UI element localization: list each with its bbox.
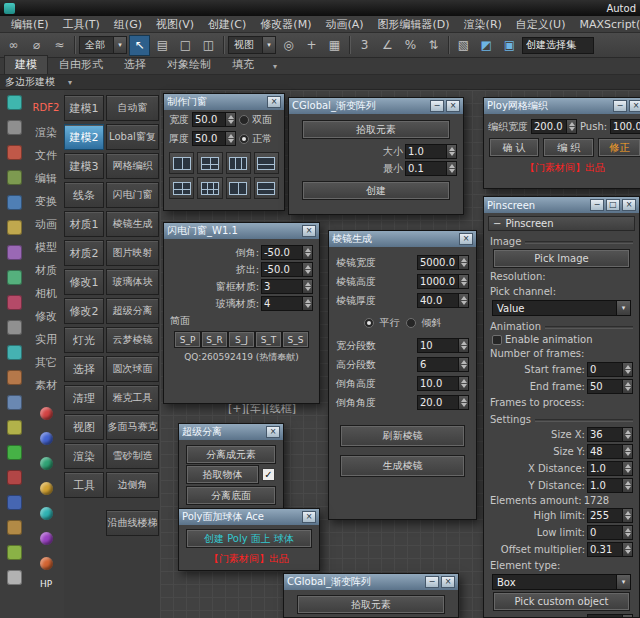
category-material2[interactable]: 材质2 bbox=[64, 240, 104, 266]
category-light[interactable]: 灯光 bbox=[64, 327, 104, 353]
category-modify1[interactable]: 修改1 bbox=[64, 269, 104, 295]
category-view[interactable]: 视图 bbox=[64, 414, 104, 440]
spinner[interactable] bbox=[623, 362, 633, 377]
spinner[interactable] bbox=[459, 376, 469, 391]
height-segments-field[interactable] bbox=[417, 357, 459, 372]
minimize-icon[interactable]: − bbox=[590, 199, 604, 211]
unlink-selection-icon[interactable]: ⌀ bbox=[26, 35, 47, 56]
close-icon[interactable]: × bbox=[629, 100, 640, 112]
angle-snap-icon[interactable]: ∠ bbox=[377, 35, 398, 56]
pick-object-button[interactable]: 拾取物体 bbox=[187, 466, 258, 483]
prism-titlebar[interactable]: 棱镜生成 × bbox=[329, 231, 476, 247]
weave-button[interactable]: 编 织 bbox=[544, 139, 592, 156]
parallel-radio[interactable] bbox=[364, 318, 374, 328]
material-ball-icon[interactable] bbox=[40, 457, 53, 470]
spinner[interactable] bbox=[459, 274, 469, 289]
script-mosaic[interactable]: 多面马赛克 bbox=[106, 414, 159, 440]
dock-icon[interactable] bbox=[7, 270, 22, 285]
script-stairs-along-curve[interactable]: 沿曲线楼梯 bbox=[106, 510, 159, 536]
category-modeling3[interactable]: 建模3 bbox=[64, 153, 104, 179]
dock-item-material[interactable]: 材质 bbox=[35, 263, 57, 286]
lightning-titlebar[interactable]: 闪电门窗_W1.1 × bbox=[164, 223, 319, 239]
window-style-button[interactable] bbox=[169, 177, 194, 199]
detach-to-elements-button[interactable]: 分离成元素 bbox=[187, 446, 275, 463]
spinner[interactable] bbox=[226, 131, 236, 146]
st-button[interactable]: S_T bbox=[256, 332, 281, 347]
ss-button[interactable]: S_S bbox=[283, 332, 308, 347]
named-selection-field[interactable] bbox=[522, 37, 594, 54]
dock-icon[interactable] bbox=[7, 345, 22, 360]
minimize-icon[interactable]: − bbox=[613, 100, 627, 112]
dock-icon[interactable] bbox=[7, 445, 22, 460]
extrude-field[interactable] bbox=[261, 262, 303, 277]
category-modeling1[interactable]: 建模1 bbox=[64, 95, 104, 121]
bind-to-space-warp-icon[interactable]: ≈ bbox=[49, 35, 70, 56]
dock-icon[interactable] bbox=[7, 395, 22, 410]
normal-radio[interactable] bbox=[239, 134, 249, 144]
spinner[interactable] bbox=[459, 255, 469, 270]
script-image-map[interactable]: 图片映射 bbox=[106, 240, 159, 266]
menu-create[interactable]: 创建(C) bbox=[201, 17, 253, 32]
menu-maxscript[interactable]: MAXScript(X) bbox=[572, 18, 640, 31]
material-ball-icon[interactable] bbox=[40, 407, 53, 420]
start-frame-field[interactable] bbox=[587, 362, 623, 377]
window-style-button[interactable] bbox=[197, 177, 222, 199]
window-style-button[interactable] bbox=[254, 177, 279, 199]
spinner[interactable] bbox=[567, 119, 577, 134]
percent-snap-icon[interactable]: % bbox=[400, 35, 421, 56]
spinner[interactable] bbox=[459, 357, 469, 372]
selection-filter-dropdown[interactable]: 全部 ▾ bbox=[79, 36, 127, 54]
enable-animation-checkbox[interactable] bbox=[492, 335, 502, 345]
low-limit-field[interactable] bbox=[587, 525, 623, 540]
keyboard-override-icon[interactable]: ▦ bbox=[324, 35, 345, 56]
script-prism-generate[interactable]: 棱镜生成 bbox=[106, 211, 159, 237]
close-icon[interactable]: × bbox=[302, 511, 316, 523]
rectangular-selection-region-icon[interactable]: □ bbox=[175, 35, 196, 56]
cglobal-top-titlebar[interactable]: CGlobal_渐变阵列 − × bbox=[289, 98, 463, 114]
cglobal-bottom-titlebar[interactable]: CGlobal_渐变阵列 − × bbox=[284, 574, 458, 590]
sp-button[interactable]: S_P bbox=[175, 332, 200, 347]
close-icon[interactable]: × bbox=[302, 225, 316, 237]
pick-element-button[interactable]: 拾取元素 bbox=[298, 596, 444, 613]
refresh-prism-button[interactable]: 刷新棱镜 bbox=[341, 426, 464, 446]
menu-views[interactable]: 视图(V) bbox=[149, 17, 201, 32]
tab-freeform[interactable]: 自由形式 bbox=[49, 56, 113, 74]
tilt-radio[interactable] bbox=[406, 318, 416, 328]
width-segments-field[interactable] bbox=[417, 338, 459, 353]
window-style-button[interactable] bbox=[197, 152, 222, 174]
script-mesh-weave[interactable]: 网格编织 bbox=[106, 153, 159, 179]
double-sided-radio[interactable] bbox=[239, 115, 249, 125]
dock-icon[interactable] bbox=[7, 120, 22, 135]
polygon-modeling-panel[interactable]: 多边形建模 bbox=[5, 75, 55, 89]
prism-width-field[interactable] bbox=[417, 255, 459, 270]
dock-icon[interactable] bbox=[7, 145, 22, 160]
script-auto-window[interactable]: 自动窗 bbox=[106, 95, 159, 121]
push-field[interactable] bbox=[610, 119, 640, 134]
menu-customize[interactable]: 自定义(U) bbox=[509, 17, 573, 32]
dock-icon[interactable] bbox=[7, 470, 22, 485]
dock-item-utility[interactable]: 实用 bbox=[35, 332, 57, 355]
glass-material-field[interactable] bbox=[261, 296, 303, 311]
script-dream-prism[interactable]: 云梦棱镜 bbox=[106, 327, 159, 353]
element-type-dropdown[interactable]: Box ▾ bbox=[492, 574, 631, 590]
maximize-icon[interactable]: □ bbox=[606, 199, 620, 211]
bevel-angle-field[interactable] bbox=[417, 395, 459, 410]
menu-tools[interactable]: 工具(T) bbox=[56, 17, 107, 32]
dock-icon[interactable] bbox=[7, 170, 22, 185]
edit-named-selection-sets-icon[interactable]: ▧ bbox=[453, 35, 474, 56]
close-icon[interactable]: × bbox=[266, 426, 280, 438]
window-crossing-icon[interactable]: ◫ bbox=[198, 35, 219, 56]
dock-icon[interactable] bbox=[7, 320, 22, 335]
detach-bottom-button[interactable]: 分离底面 bbox=[187, 487, 275, 504]
spinner[interactable] bbox=[459, 293, 469, 308]
dock-icon[interactable] bbox=[7, 195, 22, 210]
menu-modifiers[interactable]: 修改器(M) bbox=[253, 17, 318, 32]
dock-icon[interactable] bbox=[7, 520, 22, 535]
close-icon[interactable]: × bbox=[459, 233, 473, 245]
ploy-weave-titlebar[interactable]: Ploy网格编织 − × bbox=[484, 98, 640, 114]
spinner[interactable] bbox=[226, 112, 236, 127]
spinner[interactable] bbox=[303, 279, 313, 294]
menu-animation[interactable]: 动画(A) bbox=[318, 17, 370, 32]
dock-icon[interactable] bbox=[7, 295, 22, 310]
bevel-field[interactable] bbox=[261, 245, 303, 260]
